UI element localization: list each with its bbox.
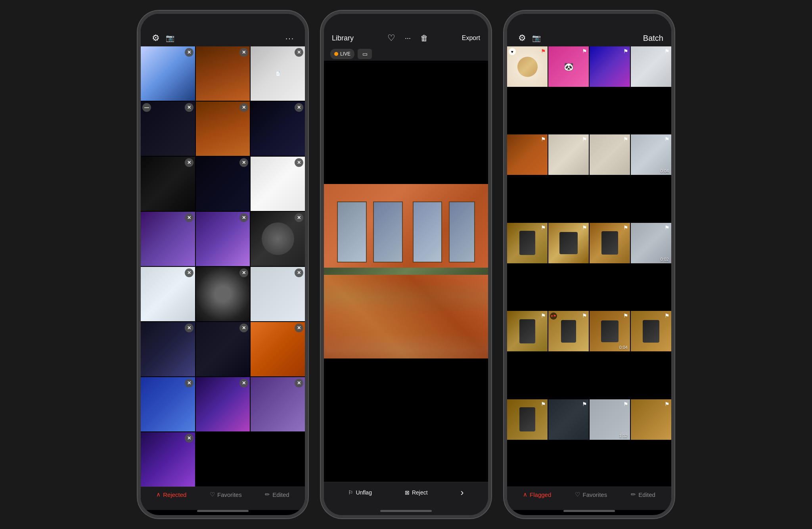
main-photo bbox=[324, 184, 488, 358]
list-item[interactable]: ⚑ bbox=[548, 399, 589, 440]
list-item[interactable]: ⚑ ♥ bbox=[507, 46, 548, 87]
export-button[interactable]: Export bbox=[462, 34, 480, 42]
trash-icon-middle[interactable]: 🗑 bbox=[420, 34, 428, 43]
table-row[interactable]: ✕ bbox=[196, 102, 250, 156]
chevron-button[interactable]: › bbox=[461, 487, 464, 498]
flag-white-icon12: ⚑ bbox=[541, 312, 546, 319]
list-item[interactable]: ⚑ 1:12 bbox=[590, 399, 630, 440]
table-row[interactable]: ✕ bbox=[141, 157, 195, 211]
flagged-tab[interactable]: ∧ Flagged bbox=[523, 491, 551, 498]
list-item[interactable]: ⚑ bbox=[507, 399, 548, 440]
flag-white-icon2: ⚑ bbox=[623, 48, 628, 54]
live-pill[interactable]: LIVE bbox=[330, 49, 354, 59]
still-button[interactable]: ▭ bbox=[358, 49, 372, 59]
flag-white-icon5: ⚑ bbox=[582, 136, 587, 142]
table-row[interactable]: ✕ bbox=[196, 267, 250, 321]
list-item[interactable]: 🐼 ⚑ bbox=[548, 46, 589, 87]
delete-x-icon[interactable]: ✕ bbox=[185, 324, 193, 332]
table-row[interactable]: ✕ bbox=[196, 46, 250, 101]
camera-icon-right[interactable]: 📷 bbox=[529, 34, 544, 42]
table-row[interactable]: ✕ bbox=[251, 212, 305, 266]
flag-white-icon16: ⚑ bbox=[541, 401, 546, 407]
delete-x-icon[interactable]: ✕ bbox=[295, 268, 303, 277]
heart-icon-middle[interactable]: ♡ bbox=[387, 33, 395, 43]
more-icon-middle[interactable]: ··· bbox=[405, 34, 411, 42]
list-item[interactable]: ⚑ bbox=[507, 311, 548, 351]
edited-tab-right[interactable]: ✏ Edited bbox=[631, 491, 655, 498]
delete-x-icon[interactable]: ✕ bbox=[295, 158, 303, 167]
rejected-tab[interactable]: ∧ Rejected bbox=[156, 491, 186, 498]
video-duration-4: 1:12 bbox=[619, 433, 628, 438]
flag-white-icon10: ⚑ bbox=[623, 224, 628, 231]
list-item[interactable]: ⚑ bbox=[507, 223, 548, 263]
flagged-label: Flagged bbox=[530, 491, 551, 498]
favorites-tab-right[interactable]: ♡ Favorites bbox=[575, 491, 607, 498]
home-indicator-left bbox=[197, 510, 249, 512]
phone-notch-middle bbox=[378, 14, 434, 26]
more-icon[interactable]: ··· bbox=[283, 34, 297, 43]
list-item[interactable]: ⚑ bbox=[590, 46, 630, 87]
delete-x-icon-tr[interactable]: ✕ bbox=[185, 103, 193, 112]
home-indicator-right bbox=[563, 510, 615, 512]
list-item[interactable]: ⚑ bbox=[507, 134, 548, 175]
delete-x-icon[interactable]: ✕ bbox=[185, 213, 193, 222]
table-row[interactable]: ✕ bbox=[141, 432, 195, 487]
list-item[interactable]: ⚑ bbox=[548, 134, 589, 175]
edited-label-left: Edited bbox=[272, 491, 289, 498]
list-item[interactable]: ⚑ bbox=[631, 46, 671, 87]
live-controls: LIVE ▭ bbox=[324, 46, 488, 61]
settings-icon[interactable]: ⚙ bbox=[149, 33, 163, 43]
table-row[interactable]: ✕ bbox=[251, 322, 305, 376]
list-item[interactable]: ⚑ bbox=[631, 399, 671, 440]
edited-tab-left[interactable]: ✏ Edited bbox=[265, 491, 289, 498]
favorites-tab-left[interactable]: ♡ Favorites bbox=[210, 491, 242, 498]
camera-icon[interactable]: 📷 bbox=[163, 34, 177, 42]
reject-button[interactable]: ⊠ Reject bbox=[405, 489, 428, 496]
delete-x-icon[interactable]: ✕ bbox=[185, 379, 193, 387]
list-item[interactable]: ⚑ bbox=[548, 223, 589, 263]
table-row[interactable]: 📄 ✕ bbox=[251, 46, 305, 101]
delete-x-icon[interactable]: ✕ bbox=[185, 48, 193, 57]
flag-white-icon7: ⚑ bbox=[665, 136, 670, 142]
delete-x-icon[interactable]: ✕ bbox=[185, 434, 193, 443]
flag-red-icon: ⚑ bbox=[541, 48, 546, 54]
list-item[interactable]: ⚑ bbox=[590, 134, 630, 175]
video-duration-1: 0:04 bbox=[661, 169, 669, 173]
batch-label: Batch bbox=[643, 34, 663, 43]
table-row[interactable]: ✕ bbox=[141, 267, 195, 321]
table-row[interactable]: ✕ bbox=[141, 46, 195, 101]
delete-x-icon[interactable]: ✕ bbox=[295, 324, 303, 332]
delete-x-icon[interactable]: ✕ bbox=[295, 379, 303, 387]
list-item[interactable]: ⚑ 0:04 bbox=[631, 134, 671, 175]
list-item[interactable]: ⚑ bbox=[631, 311, 671, 351]
delete-x-icon[interactable]: ✕ bbox=[295, 103, 303, 112]
delete-x-icon[interactable]: ✕ bbox=[295, 48, 303, 57]
delete-x-icon[interactable]: ✕ bbox=[185, 158, 193, 167]
delete-x-icon[interactable]: ✕ bbox=[295, 213, 303, 222]
settings-icon-right[interactable]: ⚙ bbox=[515, 33, 529, 43]
live-label: LIVE bbox=[340, 51, 350, 57]
list-item[interactable]: ⚑ bbox=[590, 223, 630, 263]
delete-x-icon[interactable]: — bbox=[142, 103, 151, 112]
list-item[interactable]: ⚑ ♥⚑ bbox=[548, 311, 589, 351]
table-row[interactable]: ✕ bbox=[251, 267, 305, 321]
table-row[interactable]: ✕ bbox=[196, 212, 250, 266]
edit-icon-right: ✏ bbox=[631, 491, 636, 498]
table-row[interactable]: ✕ bbox=[196, 157, 250, 211]
unflag-button[interactable]: ⚐ Unflag bbox=[348, 489, 372, 496]
reject-label: Reject bbox=[412, 489, 428, 496]
delete-x-icon[interactable]: ✕ bbox=[185, 268, 193, 277]
table-row[interactable]: — ✕ bbox=[141, 102, 195, 156]
list-item[interactable]: ⚑ 0:04 bbox=[590, 311, 630, 351]
table-row[interactable]: ✕ bbox=[251, 157, 305, 211]
table-row[interactable]: ✕ bbox=[251, 102, 305, 156]
table-row[interactable]: ✕ bbox=[141, 212, 195, 266]
table-row[interactable]: ✕ bbox=[141, 377, 195, 431]
table-row[interactable]: ✕ bbox=[196, 322, 250, 376]
arrow-up-icon: ∧ bbox=[156, 491, 161, 498]
list-item[interactable]: ⚑ 0:02 bbox=[631, 223, 671, 263]
table-row[interactable]: ✕ bbox=[251, 377, 305, 431]
flag-white-icon15: ⚑ bbox=[665, 312, 670, 319]
table-row[interactable]: ✕ bbox=[141, 322, 195, 376]
table-row[interactable]: ✕ bbox=[196, 377, 250, 431]
